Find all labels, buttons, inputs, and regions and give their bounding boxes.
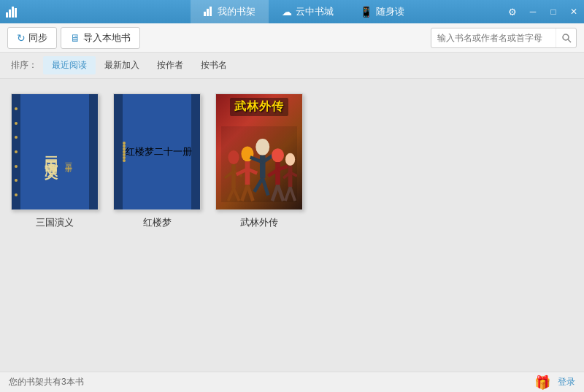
import-button[interactable]: 🖥 导入本地书 [61, 27, 140, 49]
book-count-text: 您的书架共有3本书 [9, 376, 84, 388]
svg-rect-1 [9, 9, 11, 18]
sort-author[interactable]: 按作者 [148, 56, 192, 74]
book-item-wulin[interactable]: 武林外传 [215, 93, 303, 229]
svg-point-7 [563, 34, 569, 40]
binding-dot [15, 150, 18, 153]
sync-label: 同步 [28, 31, 47, 45]
window-controls: ⚙ ─ □ ✕ [502, 0, 584, 23]
book-cover-wulin: 武林外传 [215, 93, 303, 210]
svg-point-34 [285, 153, 295, 166]
search-button[interactable] [556, 28, 576, 47]
status-right: 🎁 登录 [534, 374, 575, 391]
settings-button[interactable]: ⚙ [502, 0, 523, 23]
toolbar: ↻ 同步 🖥 导入本地书 [0, 23, 584, 53]
book-item-sanguoyanyi[interactable]: 三国演义 二十一册 三国演义 [11, 93, 99, 229]
book-label-hongloumeng: 红楼梦 [143, 216, 172, 229]
sortbar: 排序： 最近阅读 最新加入 按作者 按书名 [0, 53, 584, 79]
svg-point-22 [256, 139, 269, 155]
search-box [431, 28, 577, 48]
content-area: 三国演义 二十一册 三国演义 红楼梦 二十一册 红楼梦 [0, 79, 584, 372]
search-input[interactable] [431, 30, 556, 46]
nav-tabs: 我的书架 ☁ 云中书城 📱 随身读 [23, 0, 584, 23]
sort-prefix: 排序： [11, 59, 37, 72]
book-title-vert: 三国演义 [42, 146, 60, 158]
login-button[interactable]: 登录 [558, 376, 575, 388]
sort-newest[interactable]: 最新加入 [96, 56, 148, 74]
binding-dot [15, 165, 18, 168]
minimize-button[interactable]: ─ [523, 0, 543, 23]
mobile-tab-icon: 📱 [360, 6, 372, 18]
tab-cloud[interactable]: ☁ 云中书城 [269, 0, 347, 23]
svg-rect-2 [12, 7, 14, 18]
import-label: 导入本地书 [83, 31, 131, 45]
svg-point-10 [228, 150, 239, 164]
wulin-figures [220, 116, 299, 206]
statusbar: 您的书架共有3本书 🎁 登录 [0, 372, 584, 392]
book-binding [12, 94, 20, 210]
book-label-wulin: 武林外传 [240, 216, 278, 229]
book-label-sanguoyanyi: 三国演义 [36, 216, 74, 229]
svg-rect-0 [6, 12, 8, 18]
app-icon [0, 0, 23, 23]
sort-title[interactable]: 按书名 [192, 56, 236, 74]
book-grid: 三国演义 二十一册 三国演义 红楼梦 二十一册 红楼梦 [11, 93, 573, 229]
tab-mobile-label: 随身读 [376, 5, 404, 18]
binding-dot [15, 193, 18, 196]
tab-shelf[interactable]: 我的书架 [191, 0, 269, 23]
book-cover-hongloumeng: 红楼梦 二十一册 [113, 93, 201, 210]
tab-cloud-label: 云中书城 [296, 5, 334, 18]
book-title-vert: 红楼梦 [126, 145, 154, 158]
close-button[interactable]: ✕ [564, 0, 584, 23]
svg-rect-4 [204, 12, 206, 16]
book-subtitle-vert: 二十一册 [154, 145, 192, 158]
binding-dot [15, 136, 18, 139]
gift-icon[interactable]: 🎁 [534, 374, 550, 391]
svg-rect-5 [207, 9, 209, 16]
book-cover-sanguoyanyi: 三国演义 二十一册 [11, 93, 99, 210]
wulin-poster: 武林外传 [216, 94, 302, 210]
tab-shelf-label: 我的书架 [218, 5, 256, 18]
shelf-tab-icon [204, 6, 214, 18]
svg-rect-6 [210, 7, 212, 16]
sort-recent[interactable]: 最近阅读 [43, 56, 96, 74]
binding-dot [15, 122, 18, 125]
sync-button[interactable]: ↻ 同步 [7, 27, 57, 49]
titlebar: 我的书架 ☁ 云中书城 📱 随身读 ⚙ ─ □ ✕ [0, 0, 584, 23]
binding-dot [123, 159, 126, 162]
cloud-tab-icon: ☁ [282, 6, 292, 18]
wulin-poster-title: 武林外传 [230, 98, 288, 116]
import-icon: 🖥 [70, 32, 80, 44]
svg-rect-3 [15, 8, 17, 18]
svg-line-8 [568, 39, 571, 42]
binding-dot [15, 179, 18, 182]
sync-icon: ↻ [17, 32, 26, 44]
svg-point-28 [272, 148, 284, 162]
binding-dot [15, 107, 18, 110]
book-item-hongloumeng[interactable]: 红楼梦 二十一册 红楼梦 [113, 93, 201, 229]
tab-mobile[interactable]: 📱 随身读 [347, 0, 418, 23]
maximize-button[interactable]: □ [543, 0, 564, 23]
